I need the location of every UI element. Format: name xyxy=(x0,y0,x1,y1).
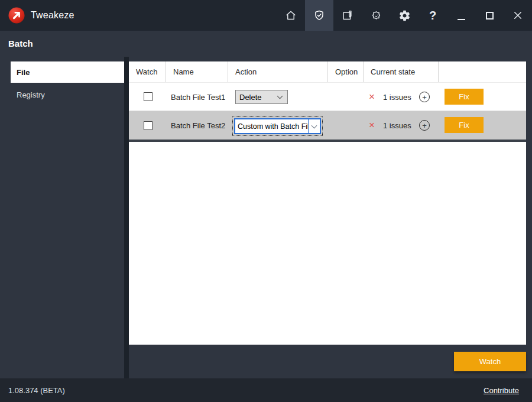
contribute-link[interactable]: Contribute xyxy=(484,386,519,395)
issues-count: 1 issues xyxy=(383,83,411,111)
settings-gear-icon[interactable] xyxy=(390,0,419,31)
close-icon[interactable] xyxy=(504,0,532,31)
notes-edit-icon[interactable] xyxy=(333,0,362,31)
version-label: 1.08.374 (BETA) xyxy=(8,386,65,395)
maximize-icon[interactable] xyxy=(475,0,504,31)
dropdown-button[interactable] xyxy=(308,119,320,133)
action-dropdown-value: Delete xyxy=(236,93,278,102)
row-name: Batch File Test2 xyxy=(171,111,225,140)
fix-button[interactable]: Fix xyxy=(445,89,484,105)
watch-checkbox[interactable] xyxy=(144,92,153,101)
batch-table: Watch Name Action Option Current state B… xyxy=(129,61,526,345)
column-header-action[interactable]: Action xyxy=(228,61,328,82)
table-row[interactable]: Batch File Test2 Custom with Batch File … xyxy=(129,111,526,142)
shield-check-icon[interactable] xyxy=(305,0,333,31)
sidebar-divider xyxy=(124,57,129,378)
row-name: Batch File Test1 xyxy=(171,83,225,111)
action-dropdown[interactable]: Delete xyxy=(235,90,288,104)
home-icon[interactable] xyxy=(277,0,305,31)
fix-button[interactable]: Fix xyxy=(445,117,484,133)
statusbar: 1.08.374 (BETA) Contribute xyxy=(0,378,532,402)
app-window: Tweakeze xyxy=(0,0,532,402)
chevron-down-icon xyxy=(312,122,317,128)
sidebar-item-registry[interactable]: Registry xyxy=(11,83,124,106)
issue-x-icon: × xyxy=(369,111,375,140)
column-header-watch[interactable]: Watch xyxy=(129,61,166,82)
watch-button[interactable]: Watch xyxy=(454,352,526,371)
titlebar-nav: ? xyxy=(277,0,532,31)
titlebar: Tweakeze xyxy=(0,0,532,31)
sidebar-item-label: Registry xyxy=(17,90,45,99)
action-dropdown-value: Custom with Batch File xyxy=(235,119,308,133)
sidebar-item-label: File xyxy=(17,68,30,77)
column-header-empty xyxy=(439,61,526,82)
table-header: Watch Name Action Option Current state xyxy=(129,61,526,83)
sidebar-item-file[interactable]: File xyxy=(11,61,124,83)
action-dropdown[interactable]: Custom with Batch File xyxy=(234,118,321,134)
page-title: Batch xyxy=(8,38,33,48)
app-logo-icon xyxy=(8,7,25,24)
chevron-down-icon xyxy=(277,93,283,99)
column-header-option[interactable]: Option xyxy=(328,61,364,82)
watch-checkbox[interactable] xyxy=(144,121,153,130)
minimize-icon[interactable] xyxy=(447,0,475,31)
app-title: Tweakeze xyxy=(31,0,74,31)
column-header-name[interactable]: Name xyxy=(166,61,228,82)
issues-count: 1 issues xyxy=(383,111,411,140)
table-row[interactable]: Batch File Test1 Delete × 1 issues + Fix xyxy=(129,83,526,111)
badge-icon[interactable] xyxy=(362,0,390,31)
add-circle-icon[interactable]: + xyxy=(419,92,430,102)
help-icon[interactable]: ? xyxy=(419,0,447,31)
issue-x-icon: × xyxy=(369,83,375,111)
help-glyph: ? xyxy=(429,9,436,22)
column-header-current-state[interactable]: Current state xyxy=(364,61,439,82)
add-circle-icon[interactable]: + xyxy=(419,120,430,131)
